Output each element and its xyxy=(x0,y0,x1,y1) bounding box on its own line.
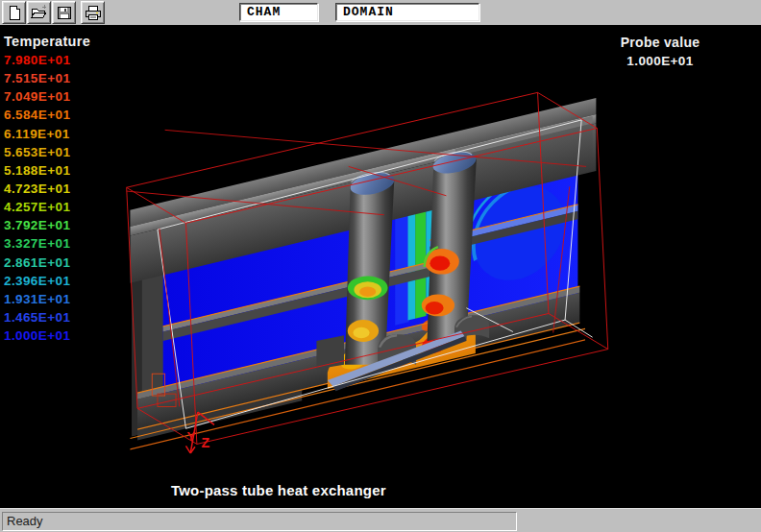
probe-label: Probe value xyxy=(598,35,723,50)
save-file-button[interactable] xyxy=(52,1,76,24)
save-floppy-icon xyxy=(56,5,72,20)
legend-entry: 2.861E+01 xyxy=(4,255,90,274)
legend-entry: 2.396E+01 xyxy=(4,274,90,292)
new-document-button[interactable] xyxy=(2,1,26,24)
probe-value: 1.000E+01 xyxy=(598,54,723,68)
domain-input[interactable]: DOMAIN xyxy=(335,3,479,21)
legend-entry: 6.119E+01 xyxy=(4,127,90,145)
toolbar: CHAM DOMAIN xyxy=(0,0,761,25)
legend-entry: 3.327E+01 xyxy=(4,236,90,254)
legend-entry: 4.257E+01 xyxy=(4,200,90,218)
legend-entry: 4.723E+01 xyxy=(4,181,90,200)
open-folder-icon xyxy=(31,5,47,20)
status-message: Ready xyxy=(2,512,517,531)
axis-label-y: Y xyxy=(186,429,195,444)
axis-label-z: Z xyxy=(202,435,210,450)
legend-entry: 5.653E+01 xyxy=(4,145,90,163)
open-file-button[interactable] xyxy=(27,1,51,24)
print-icon xyxy=(85,5,101,20)
application-window: CHAM DOMAIN xyxy=(0,0,761,532)
legend-entry: 7.980E+01 xyxy=(4,53,90,71)
legend-entry: 7.515E+01 xyxy=(4,71,90,89)
legend-entry: 1.465E+01 xyxy=(4,310,90,328)
viewport-3d[interactable]: Y Z Temperature 7.980E+017.515E+017.049E… xyxy=(0,25,761,508)
legend-title: Temperature xyxy=(4,34,90,49)
legend-entry: 6.584E+01 xyxy=(4,108,90,126)
heat-exchanger-scene: Y Z xyxy=(0,25,761,508)
legend-entry: 1.000E+01 xyxy=(4,328,90,347)
legend-entry: 7.049E+01 xyxy=(4,89,90,108)
legend-entries: 7.980E+017.515E+017.049E+016.584E+016.11… xyxy=(4,53,90,347)
legend-entry: 1.931E+01 xyxy=(4,292,90,310)
print-button[interactable] xyxy=(81,1,105,24)
legend-entry: 3.792E+01 xyxy=(4,218,90,236)
status-bar: Ready xyxy=(0,508,761,532)
cham-input[interactable]: CHAM xyxy=(239,3,318,21)
scene-caption: Two-pass tube heat exchanger xyxy=(171,482,386,498)
new-document-icon xyxy=(6,5,22,20)
probe-readout: Probe value 1.000E+01 xyxy=(598,35,723,68)
temperature-legend: Temperature 7.980E+017.515E+017.049E+016… xyxy=(4,34,90,347)
legend-entry: 5.188E+01 xyxy=(4,163,90,181)
